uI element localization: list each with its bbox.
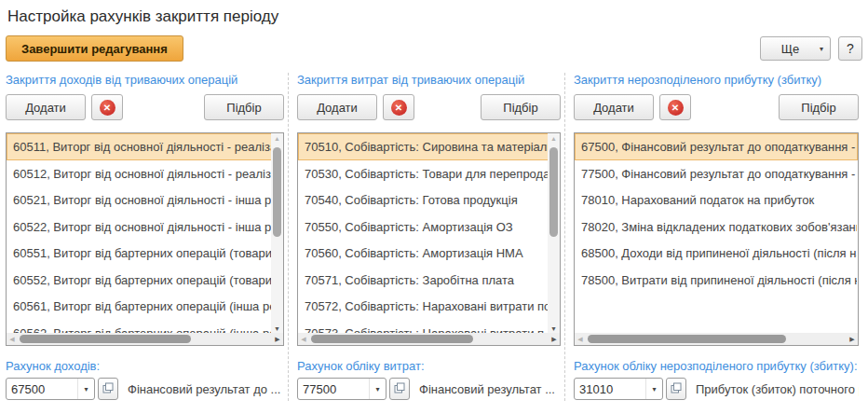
list-item[interactable]: 70560, Собівартість: Амортизація НМА — [298, 240, 560, 267]
vertical-scrollbar[interactable]: ▲ ▼ — [271, 133, 283, 333]
period-closing-settings-page: Настройка рахунків закриття періоду Заве… — [0, 0, 868, 414]
finish-editing-button[interactable]: Завершити редагування — [6, 35, 183, 62]
open-account-button[interactable] — [98, 378, 118, 400]
vertical-scroll-thumb[interactable] — [549, 147, 558, 237]
open-account-button[interactable] — [389, 378, 410, 400]
scroll-up-icon[interactable]: ▲ — [548, 135, 560, 142]
pick-button[interactable]: Підбір — [204, 94, 284, 120]
delete-icon: ✕ — [668, 100, 684, 116]
scroll-right-icon[interactable]: ▶ — [847, 333, 858, 345]
retained-earnings-account-combo-input[interactable]: 31010 ▾ — [574, 378, 663, 400]
panel-income-closing: Закриття доходів від триваючих операцій … — [6, 73, 288, 401]
list-item[interactable]: 60562, Виторг від бартерних операцій (ін… — [7, 320, 283, 334]
panel-retained-earnings-closing: Закриття нерозподіленого прибутку (збитк… — [564, 73, 862, 401]
horizontal-scroll-thumb[interactable] — [20, 335, 191, 343]
scroll-left-icon[interactable]: ◀ — [298, 333, 309, 345]
list-item[interactable]: 60552, Виторг від бартерних операцій (то… — [7, 267, 283, 294]
retained-earnings-account-description: Прибуток (збиток) поточного р... — [696, 382, 859, 396]
list-item[interactable]: 60512, Виторг від основної діяльності - … — [7, 160, 283, 187]
chevron-down-icon[interactable]: ▾ — [77, 379, 94, 399]
retained-earnings-account-field: 31010 ▾ Прибуток (збиток) поточного р... — [574, 377, 859, 401]
expense-account-field: 77500 ▾ Фінансовий результат ... — [297, 377, 561, 401]
scroll-down-icon[interactable]: ▼ — [271, 325, 283, 332]
more-button[interactable]: Ще ▾ — [760, 36, 831, 61]
open-icon — [394, 382, 405, 396]
list-item[interactable]: 68500, Доходи від припиненої діяльності … — [575, 240, 858, 267]
list-item[interactable]: 60522, Виторг від основної діяльності - … — [7, 214, 283, 241]
open-icon — [102, 382, 114, 396]
list-item[interactable]: 70530, Собівартість: Товари для перепрод… — [298, 160, 560, 187]
scroll-right-icon[interactable]: ▶ — [549, 333, 560, 345]
more-button-label: Ще — [761, 42, 820, 56]
delete-button[interactable]: ✕ — [659, 94, 691, 120]
add-button[interactable]: Додати — [574, 94, 654, 120]
pick-button[interactable]: Підбір — [779, 94, 859, 120]
expense-accounts-listbox: 70510, Собівартість: Сировина та матеріа… — [297, 132, 561, 346]
list-item[interactable]: 60521, Виторг від основної діяльності - … — [7, 186, 283, 214]
accounts-list: 67500, Фінансовий результат до оподаткув… — [575, 133, 858, 333]
accounts-list: 60511, Виторг від основної діяльності - … — [7, 133, 283, 333]
columns-container: Закриття доходів від триваючих операцій … — [6, 73, 862, 401]
accounts-list: 70510, Собівартість: Сировина та матеріа… — [298, 133, 560, 333]
section-title-retained-earnings: Закриття нерозподіленого прибутку (збитк… — [574, 73, 859, 88]
scroll-right-icon[interactable]: ▶ — [272, 333, 283, 345]
list-item[interactable]: 60511, Виторг від основної діяльності - … — [7, 133, 283, 160]
horizontal-scroll-thumb[interactable] — [311, 335, 473, 343]
income-button-row: Додати ✕ Підбір — [6, 94, 284, 120]
delete-button[interactable]: ✕ — [383, 94, 414, 120]
list-item[interactable]: 78010, Нарахований податок на прибуток — [575, 186, 858, 214]
income-account-value[interactable]: 67500 — [7, 379, 77, 399]
chevron-down-icon[interactable]: ▾ — [645, 379, 662, 399]
list-item[interactable]: 67500, Фінансовий результат до оподаткув… — [575, 133, 858, 160]
expense-account-label: Рахунок обліку витрат: — [297, 359, 561, 374]
panel-expense-closing: Закриття витрат від триваючих операцій Д… — [288, 73, 564, 401]
retained-earnings-account-value[interactable]: 31010 — [575, 379, 645, 399]
vertical-scroll-thumb[interactable] — [273, 147, 281, 237]
page-title: Настройка рахунків закриття періоду — [6, 7, 862, 26]
income-account-description: Фінансовий результат до ... — [128, 382, 284, 396]
scroll-left-icon[interactable]: ◀ — [575, 333, 586, 345]
list-item[interactable]: 70572, Собівартість: Нараховані витрати … — [298, 293, 560, 320]
horizontal-scrollbar[interactable]: ◀ ▶ — [298, 333, 560, 345]
expense-button-row: Додати ✕ Підбір — [297, 94, 561, 120]
retained-earnings-account-label: Рахунок обліку нерозподіленого прибутку … — [574, 359, 859, 374]
open-icon — [671, 382, 682, 396]
income-account-field: 67500 ▾ Фінансовий результат до ... — [6, 377, 284, 401]
delete-icon: ✕ — [100, 100, 115, 116]
income-accounts-listbox: 60511, Виторг від основної діяльності - … — [6, 132, 284, 346]
expense-account-value[interactable]: 77500 — [298, 379, 369, 399]
horizontal-scrollbar[interactable]: ◀ ▶ — [575, 333, 858, 345]
income-account-combo-input[interactable]: 67500 ▾ — [6, 378, 95, 400]
list-item[interactable]: 60551, Виторг від бартерних операцій (то… — [7, 240, 283, 267]
list-item[interactable]: 70550, Собівартість: Амортизація ОЗ — [298, 214, 560, 241]
scroll-up-icon[interactable]: ▲ — [271, 135, 283, 142]
open-account-button[interactable] — [666, 378, 686, 400]
pick-button[interactable]: Підбір — [481, 94, 561, 120]
scroll-left-icon[interactable]: ◀ — [7, 333, 18, 345]
vertical-scrollbar[interactable]: ▲ ▼ — [548, 133, 560, 333]
section-title-expense: Закриття витрат від триваючих операцій — [297, 73, 561, 88]
income-account-label: Рахунок доходів: — [6, 359, 284, 374]
help-button[interactable]: ? — [838, 36, 862, 61]
add-button[interactable]: Додати — [297, 94, 377, 120]
horizontal-scroll-thumb[interactable] — [588, 335, 786, 343]
list-item[interactable]: 78500, Витрати від припиненої діяльності… — [575, 267, 858, 294]
horizontal-scrollbar[interactable]: ◀ ▶ — [7, 333, 283, 345]
chevron-down-icon[interactable]: ▾ — [369, 379, 386, 399]
section-title-income: Закриття доходів від триваючих операцій — [6, 73, 284, 88]
chevron-down-icon: ▾ — [820, 45, 830, 53]
expense-account-combo-input[interactable]: 77500 ▾ — [297, 378, 387, 400]
list-item[interactable]: 70573, Собівартість: Нараховані витрати … — [298, 320, 560, 334]
expense-account-description: Фінансовий результат ... — [419, 382, 561, 396]
list-item[interactable]: 77500, Фінансовий результат до оподаткув… — [575, 160, 858, 187]
list-item[interactable]: 70571, Собівартість: Заробітна плата — [298, 267, 560, 294]
list-item[interactable]: 60561, Виторг від бартерних операцій (ін… — [7, 293, 283, 320]
delete-icon: ✕ — [391, 100, 407, 116]
delete-button[interactable]: ✕ — [91, 94, 123, 120]
list-item[interactable]: 70540, Собівартість: Готова продукція — [298, 186, 560, 214]
list-item[interactable]: 78020, Зміна відкладених податкових зобо… — [575, 214, 858, 241]
scroll-down-icon[interactable]: ▼ — [548, 325, 560, 332]
add-button[interactable]: Додати — [6, 94, 86, 120]
list-item[interactable]: 70510, Собівартість: Сировина та матеріа… — [298, 133, 560, 160]
retained-earnings-button-row: Додати ✕ Підбір — [574, 94, 859, 120]
